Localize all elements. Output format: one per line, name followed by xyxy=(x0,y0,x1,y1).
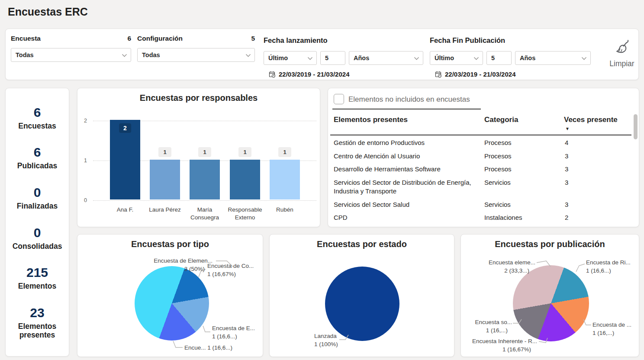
filter-bar: Encuesta 6 Todas Configuración 5 Todas F… xyxy=(5,29,639,80)
fecha-lanzamiento-period-dropdown[interactable]: Último xyxy=(264,51,317,65)
fecha-fin-amount-input[interactable] xyxy=(486,51,512,65)
slice-value: 1 (16,6...) xyxy=(586,267,638,275)
elements-table-panel: Elementos no incluidos en encuestas Elem… xyxy=(328,88,639,227)
elementos-no-incluidos-checkbox[interactable] xyxy=(334,94,344,104)
cell-elemento: Desarrollo de Herramientas Software xyxy=(334,165,484,174)
table-row[interactable]: Servicios del Sector Salud Servicios 3 xyxy=(334,200,626,209)
column-header-elementos-presentes[interactable]: Elementos presentes xyxy=(334,116,408,124)
kpi-consolidadas: 0 Consolidadas xyxy=(13,225,62,251)
kpi-encuestas: 6 Encuestas xyxy=(18,105,56,130)
kpi-value: 23 xyxy=(11,305,63,320)
pie-publicacion-chart[interactable] xyxy=(513,265,589,341)
y-axis-tick: 2 xyxy=(77,118,87,124)
bar-value-label: 1 xyxy=(238,147,251,157)
x-axis-label: Responsable Externo xyxy=(223,206,267,222)
slice-value: 1 (16,...) xyxy=(465,327,512,335)
divider xyxy=(332,109,481,109)
sort-descending-icon: ▼ xyxy=(565,126,570,131)
bar-chart-panel: Encuestas por responsables 2 1 0 2 1 1 1… xyxy=(77,88,320,227)
kpi-panel: 6 Encuestas 6 Publicadas 0 Finalizadas 0… xyxy=(5,88,69,357)
bar-responsable-externo[interactable] xyxy=(230,160,260,199)
pie-slice-label: Encuesta de ... 1 (16,...) xyxy=(592,321,638,338)
configuracion-dropdown[interactable]: Todas xyxy=(137,48,255,62)
kpi-finalizadas: 0 Finalizadas xyxy=(17,185,58,210)
table-row[interactable]: Centro de Atención al Usuario Procesos 3 xyxy=(334,152,626,161)
slice-value: 1 (16,6...) xyxy=(207,344,232,351)
table-row[interactable]: Gestión de entorno Productivos Procesos … xyxy=(334,138,626,148)
configuracion-filter-label: Configuración xyxy=(137,35,183,42)
fecha-fin-period-value: Último xyxy=(435,55,454,61)
broom-icon xyxy=(613,39,631,57)
chevron-down-icon xyxy=(245,54,251,58)
slice-name: Lanzada xyxy=(314,332,366,341)
table-row[interactable]: CPD Instalaciones 2 xyxy=(334,213,626,222)
fecha-fin-period-dropdown[interactable]: Último xyxy=(430,51,483,65)
x-axis-label: María Consuegra xyxy=(183,206,226,222)
cell-categoria: Instalaciones xyxy=(484,213,565,222)
encuesta-dropdown[interactable]: Todas xyxy=(11,48,131,62)
cell-veces: 3 xyxy=(565,165,626,174)
slice-name: Encuesta de ... xyxy=(592,321,638,329)
bar-chart-title: Encuestas por responsables xyxy=(77,93,320,103)
slice-value: 1 (16,67%) xyxy=(207,270,262,279)
encuesta-filter-count: 6 xyxy=(127,35,131,42)
pie-slice-label: Encuesta Inherente - R... 1 (16,67%) xyxy=(464,338,537,354)
x-axis-label: Laura Pérez xyxy=(143,206,187,214)
pie-estado-chart[interactable] xyxy=(325,267,399,341)
column-header-categoria[interactable]: Categoria xyxy=(484,116,518,124)
kpi-label: Encuestas xyxy=(18,122,56,130)
bar-maria-consuegra[interactable] xyxy=(190,160,220,199)
bar-value-label: 1 xyxy=(278,147,291,157)
calendar-clock-icon xyxy=(435,71,442,78)
cell-categoria: Procesos xyxy=(484,165,565,174)
encuesta-dropdown-value: Todas xyxy=(16,51,34,58)
kpi-label: Consolidadas xyxy=(13,242,62,251)
limpiar-button[interactable]: Limpiar xyxy=(602,39,642,68)
fecha-lanzamiento-unit-dropdown[interactable]: Años xyxy=(349,51,423,65)
configuracion-dropdown-value: Todas xyxy=(142,51,160,58)
header-divider xyxy=(330,135,631,135)
cell-categoria: Servicios xyxy=(484,178,565,196)
gridline xyxy=(93,200,316,201)
pie-slice-label: Encuesta de Ri... 1 (16,6...) xyxy=(586,259,638,275)
column-header-veces-presente[interactable]: Veces presente xyxy=(564,116,618,124)
table-scrollbar[interactable] xyxy=(634,114,638,139)
bar-ruben[interactable] xyxy=(270,160,300,199)
pie-tipo-chart[interactable] xyxy=(135,266,209,341)
pie-slice-label: Encuesta de E... 1 (16,6...) xyxy=(212,325,262,341)
slice-name: Encuesta de E... xyxy=(212,325,262,333)
fecha-fin-unit-dropdown[interactable]: Años xyxy=(515,51,591,65)
slice-name: Encuesta de Elemen... xyxy=(82,257,213,265)
table-body: Gestión de entorno Productivos Procesos … xyxy=(334,138,626,227)
encuesta-filter-label: Encuesta xyxy=(11,35,41,42)
slice-name: Encuesta de Ri... xyxy=(586,259,638,267)
cell-veces: 3 xyxy=(565,152,626,161)
x-axis-label: Ana F. xyxy=(103,206,147,214)
page-title: Encuestas ERC xyxy=(8,6,88,18)
y-axis-tick: 0 xyxy=(77,197,87,203)
kpi-label: Publicadas xyxy=(17,161,57,170)
pie-slice-label: Lanzada 1 (100%) xyxy=(314,332,366,349)
cell-categoria: Procesos xyxy=(484,152,565,161)
y-axis-tick: 1 xyxy=(77,158,87,164)
bar-ana-f[interactable]: 2 xyxy=(110,120,140,199)
kpi-elementos: 215 Elementos xyxy=(18,265,57,290)
x-axis-label: Rubén xyxy=(263,206,306,214)
configuracion-filter-count: 5 xyxy=(251,35,255,42)
slice-value: 3 (50%) xyxy=(82,265,213,273)
slice-name: Encuesta de Co... xyxy=(207,262,262,270)
table-row[interactable]: Servicios del Sector de Distribución de … xyxy=(334,178,626,196)
slice-value: 1 (100%) xyxy=(314,341,366,349)
slice-name: Encuesta Inherente - R... xyxy=(464,338,537,346)
cell-veces: 4 xyxy=(565,138,626,148)
fecha-lanzamiento-amount-input[interactable] xyxy=(320,51,345,65)
bar-laura-perez[interactable] xyxy=(150,160,180,199)
chevron-down-icon xyxy=(307,57,313,61)
pie-slice-label: Encuesta de Elemen... 3 (50%) xyxy=(82,257,213,273)
pie-tipo-title: Encuestas por tipo xyxy=(77,239,263,249)
chevron-down-icon xyxy=(581,57,587,61)
cell-elemento: Servicios del Sector de Distribución de … xyxy=(334,178,479,196)
cell-veces: 3 xyxy=(565,178,626,196)
table-row[interactable]: Desarrollo de Herramientas Software Proc… xyxy=(334,165,626,174)
calendar-clock-icon xyxy=(269,71,276,78)
